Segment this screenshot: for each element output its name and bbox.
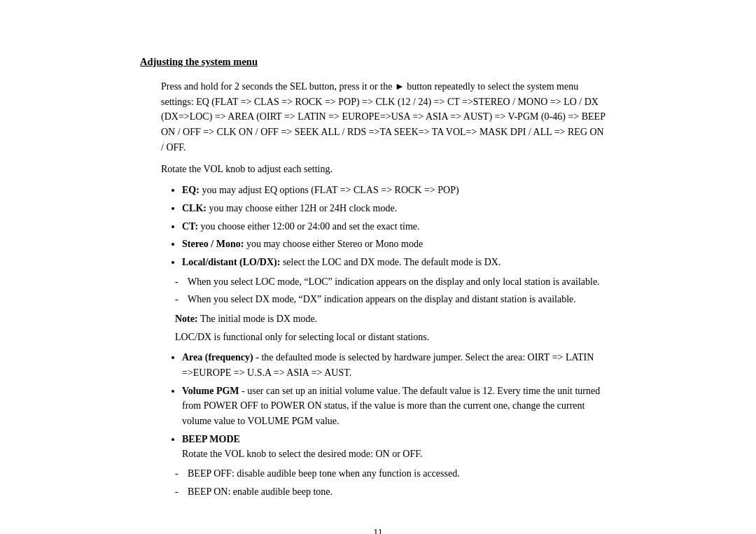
intro-paragraph: Press and hold for 2 seconds the SEL but…: [161, 79, 609, 155]
bullet-clk-bold: CLK:: [182, 203, 206, 213]
dash-dx: When you select DX mode, “DX” indication…: [175, 292, 616, 307]
dash-list-beep: BEEP OFF: disable audible beep tone when…: [175, 466, 616, 499]
bullet-ct: CT: you choose either 12:00 or 24:00 and…: [182, 219, 616, 234]
note-bold: Note:: [175, 314, 198, 324]
bullet-beep-mode: BEEP MODE Rotate the VOL knob to select …: [182, 432, 616, 462]
dash-list-locdx: When you select LOC mode, “LOC” indicati…: [175, 274, 616, 307]
bullet-area: Area (frequency) - the defaulted mode is…: [182, 350, 616, 380]
bullet-locdx: Local/distant (LO/DX): select the LOC an…: [182, 255, 616, 270]
bullet-clk: CLK: you may choose either 12H or 24H cl…: [182, 201, 616, 216]
bullet-ct-bold: CT:: [182, 221, 198, 232]
bullet-stereo-mono: Stereo / Mono: you may choose either Ste…: [182, 237, 616, 252]
page-container: Adjusting the system menu Press and hold…: [112, 0, 644, 534]
bullet-list-2: Area (frequency) - the defaulted mode is…: [182, 350, 616, 462]
bullet-volume-pgm: Volume PGM - user can set up an initial …: [182, 384, 616, 429]
beep-rotate-note: Rotate the VOL knob to select the desire…: [182, 449, 422, 459]
section-title: Adjusting the system menu: [140, 56, 616, 68]
bullet-eq-bold: EQ:: [182, 185, 200, 195]
loc-dx-functional: LOC/DX is functional only for selecting …: [175, 330, 616, 345]
bullet-eq: EQ: you may adjust EQ options (FLAT => C…: [182, 183, 616, 198]
dash-beep-on: BEEP ON: enable audible beep tone.: [175, 484, 616, 500]
page-number: 11: [140, 528, 616, 535]
bullet-locdx-bold: Local/distant (LO/DX):: [182, 257, 280, 267]
bullet-stereo-mono-bold: Stereo / Mono:: [182, 239, 244, 249]
rotate-note: Rotate the VOL knob to adjust each setti…: [161, 162, 616, 177]
dash-loc: When you select LOC mode, “LOC” indicati…: [175, 274, 616, 290]
bullet-beep-mode-bold: BEEP MODE: [182, 434, 240, 444]
main-bullet-list: EQ: you may adjust EQ options (FLAT => C…: [182, 183, 616, 269]
bullet-volume-pgm-bold: Volume PGM: [182, 386, 239, 396]
note-initial-mode: Note: The initial mode is DX mode.: [175, 311, 616, 327]
dash-beep-off: BEEP OFF: disable audible beep tone when…: [175, 466, 616, 482]
bullet-area-bold: Area (frequency): [182, 352, 253, 363]
